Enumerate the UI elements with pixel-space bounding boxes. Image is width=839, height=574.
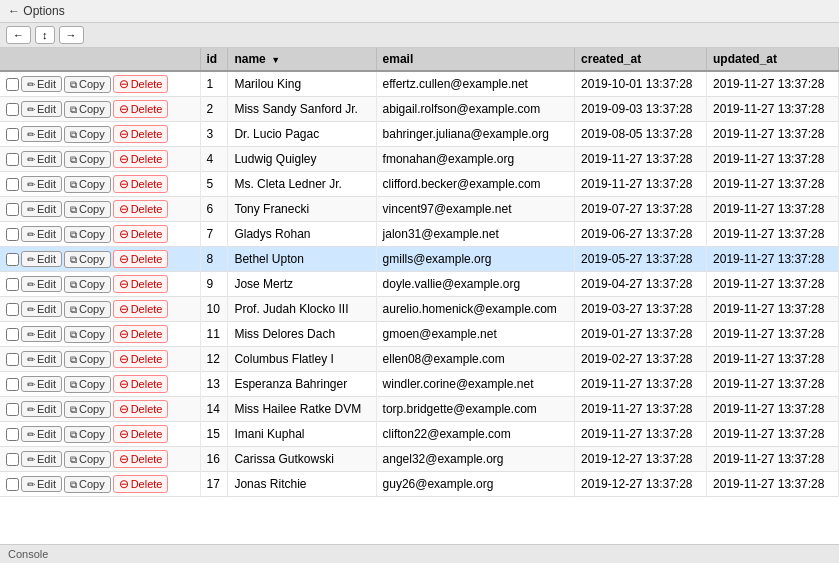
- row-checkbox[interactable]: [6, 453, 19, 466]
- edit-button[interactable]: Edit: [21, 151, 62, 167]
- edit-button[interactable]: Edit: [21, 176, 62, 192]
- created-at-column-header[interactable]: created_at: [575, 48, 707, 71]
- table-body: EditCopyDelete1Marilou Kingeffertz.culle…: [0, 71, 839, 497]
- copy-button[interactable]: Copy: [64, 351, 111, 368]
- delete-button[interactable]: Delete: [113, 225, 169, 243]
- delete-button[interactable]: Delete: [113, 350, 169, 368]
- delete-button[interactable]: Delete: [113, 300, 169, 318]
- row-checkbox[interactable]: [6, 103, 19, 116]
- edit-button[interactable]: Edit: [21, 426, 62, 442]
- cell-email: vincent97@example.net: [376, 197, 575, 222]
- row-checkbox[interactable]: [6, 378, 19, 391]
- cell-email: gmoen@example.net: [376, 322, 575, 347]
- copy-button[interactable]: Copy: [64, 176, 111, 193]
- delete-button[interactable]: Delete: [113, 450, 169, 468]
- cell-created-at: 2019-11-27 13:37:28: [575, 422, 707, 447]
- copy-button[interactable]: Copy: [64, 126, 111, 143]
- delete-button[interactable]: Delete: [113, 75, 169, 93]
- email-column-header[interactable]: email: [376, 48, 575, 71]
- edit-button[interactable]: Edit: [21, 201, 62, 217]
- edit-button[interactable]: Edit: [21, 476, 62, 492]
- row-checkbox[interactable]: [6, 78, 19, 91]
- copy-button[interactable]: Copy: [64, 451, 111, 468]
- copy-button[interactable]: Copy: [64, 101, 111, 118]
- copy-icon: [70, 278, 77, 291]
- row-checkbox[interactable]: [6, 203, 19, 216]
- delete-button[interactable]: Delete: [113, 175, 169, 193]
- updated-at-column-header[interactable]: updated_at: [707, 48, 839, 71]
- copy-button[interactable]: Copy: [64, 401, 111, 418]
- edit-button[interactable]: Edit: [21, 351, 62, 367]
- row-checkbox[interactable]: [6, 478, 19, 491]
- delete-button[interactable]: Delete: [113, 200, 169, 218]
- row-checkbox[interactable]: [6, 403, 19, 416]
- row-checkbox[interactable]: [6, 153, 19, 166]
- copy-button[interactable]: Copy: [64, 376, 111, 393]
- edit-button[interactable]: Edit: [21, 126, 62, 142]
- delete-button[interactable]: Delete: [113, 475, 169, 493]
- table-row: EditCopyDelete15Imani Kuphalclifton22@ex…: [0, 422, 839, 447]
- edit-button[interactable]: Edit: [21, 301, 62, 317]
- delete-button[interactable]: Delete: [113, 325, 169, 343]
- console-label[interactable]: Console: [8, 548, 48, 560]
- cell-name: Esperanza Bahringer: [228, 372, 376, 397]
- row-checkbox[interactable]: [6, 253, 19, 266]
- delete-icon: [119, 252, 129, 266]
- edit-button[interactable]: Edit: [21, 276, 62, 292]
- row-checkbox[interactable]: [6, 353, 19, 366]
- edit-button[interactable]: Edit: [21, 226, 62, 242]
- delete-button[interactable]: Delete: [113, 250, 169, 268]
- row-checkbox[interactable]: [6, 278, 19, 291]
- id-column-header[interactable]: id: [200, 48, 228, 71]
- delete-button[interactable]: Delete: [113, 425, 169, 443]
- delete-button[interactable]: Delete: [113, 125, 169, 143]
- delete-button[interactable]: Delete: [113, 275, 169, 293]
- copy-button[interactable]: Copy: [64, 476, 111, 493]
- edit-button[interactable]: Edit: [21, 101, 62, 117]
- copy-button[interactable]: Copy: [64, 151, 111, 168]
- copy-button[interactable]: Copy: [64, 326, 111, 343]
- delete-button[interactable]: Delete: [113, 150, 169, 168]
- edit-button[interactable]: Edit: [21, 251, 62, 267]
- copy-button[interactable]: Copy: [64, 276, 111, 293]
- nav-forward-button[interactable]: →: [59, 26, 84, 44]
- edit-button[interactable]: Edit: [21, 401, 62, 417]
- row-checkbox[interactable]: [6, 228, 19, 241]
- delete-button[interactable]: Delete: [113, 100, 169, 118]
- row-checkbox[interactable]: [6, 428, 19, 441]
- nav-sort-button[interactable]: ↕: [35, 26, 55, 44]
- row-checkbox[interactable]: [6, 128, 19, 141]
- table-row: EditCopyDelete4Ludwig Quigleyfmonahan@ex…: [0, 147, 839, 172]
- cell-id: 3: [200, 122, 228, 147]
- cell-created-at: 2019-12-27 13:37:28: [575, 472, 707, 497]
- row-checkbox[interactable]: [6, 178, 19, 191]
- table-row: EditCopyDelete2Miss Sandy Sanford Jr.abi…: [0, 97, 839, 122]
- cell-name: Ludwig Quigley: [228, 147, 376, 172]
- edit-button[interactable]: Edit: [21, 76, 62, 92]
- copy-button[interactable]: Copy: [64, 226, 111, 243]
- pencil-icon: [27, 203, 35, 215]
- delete-button[interactable]: Delete: [113, 375, 169, 393]
- row-checkbox[interactable]: [6, 303, 19, 316]
- copy-button[interactable]: Copy: [64, 201, 111, 218]
- name-column-header[interactable]: name ▼: [228, 48, 376, 71]
- copy-icon: [70, 303, 77, 316]
- copy-button[interactable]: Copy: [64, 76, 111, 93]
- edit-button[interactable]: Edit: [21, 451, 62, 467]
- options-link[interactable]: ← Options: [8, 4, 65, 18]
- copy-button[interactable]: Copy: [64, 301, 111, 318]
- actions-column-header: [0, 48, 200, 71]
- delete-icon: [119, 377, 129, 391]
- delete-button[interactable]: Delete: [113, 400, 169, 418]
- row-checkbox[interactable]: [6, 328, 19, 341]
- cell-name: Prof. Judah Klocko III: [228, 297, 376, 322]
- nav-back-button[interactable]: ←: [6, 26, 31, 44]
- copy-button[interactable]: Copy: [64, 251, 111, 268]
- edit-button[interactable]: Edit: [21, 326, 62, 342]
- edit-button[interactable]: Edit: [21, 376, 62, 392]
- cell-updated-at: 2019-11-27 13:37:28: [707, 422, 839, 447]
- table-row: EditCopyDelete6Tony Franeckivincent97@ex…: [0, 197, 839, 222]
- cell-id: 2: [200, 97, 228, 122]
- copy-button[interactable]: Copy: [64, 426, 111, 443]
- cell-id: 7: [200, 222, 228, 247]
